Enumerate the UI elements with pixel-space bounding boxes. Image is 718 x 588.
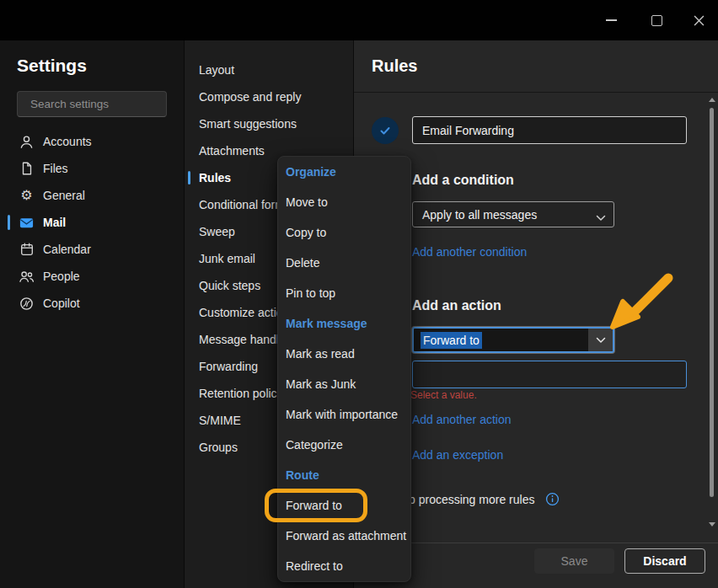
action-select-value: Forward to [421,332,482,349]
sidebar-item-label: General [43,189,85,202]
nav-item-smart-suggestions[interactable]: Smart suggestions [185,110,354,137]
people-icon [19,269,35,285]
rule-enabled-toggle[interactable] [372,117,399,144]
sidebar-item-files[interactable]: Files [0,155,184,182]
person-icon [19,134,35,150]
minimize-icon [606,19,617,21]
file-icon [19,161,35,177]
sidebar: Settings Accounts Files ⚙ [0,40,184,588]
menu-item-forward-to[interactable]: Forward to [278,490,410,521]
menu-group-header-mark-message: Mark message [278,308,410,339]
search-box[interactable] [17,91,167,117]
sidebar-item-mail[interactable]: Mail [0,209,184,236]
nav-item-compose-and-reply[interactable]: Compose and reply [185,83,354,110]
add-another-action-link[interactable]: Add another action [412,413,512,426]
menu-item-pin-to-top[interactable]: Pin to top [278,278,410,308]
search-input[interactable] [30,98,180,110]
gear-icon: ⚙ [19,188,35,204]
condition-heading: Add a condition [412,173,514,188]
maximize-icon [651,15,662,26]
validation-error: Select a value. [410,389,477,401]
sidebar-item-general[interactable]: ⚙ General [0,182,184,209]
sidebar-item-copilot[interactable]: Copilot [0,290,184,317]
rule-name-input[interactable] [412,116,687,144]
settings-window: Settings Accounts Files ⚙ [0,0,718,588]
chevron-down-icon [596,211,606,224]
panel-title: Rules [372,56,417,76]
add-an-exception-link[interactable]: Add an exception [412,448,503,462]
sidebar-item-label: Files [43,162,68,175]
discard-button[interactable]: Discard [624,548,705,574]
scrollbar-thumb[interactable] [710,108,714,497]
sidebar-item-accounts[interactable]: Accounts [0,128,184,155]
sidebar-item-calendar[interactable]: Calendar [0,236,184,263]
menu-item-mark-as-junk[interactable]: Mark as Junk [278,369,410,399]
menu-item-mark-with-importance[interactable]: Mark with importance [278,399,410,430]
sidebar-item-label: Copilot [43,297,80,310]
info-icon[interactable] [545,492,560,506]
copilot-icon [19,296,35,312]
action-value-input[interactable] [412,361,687,388]
rules-panel-header: Rules [354,40,718,93]
stop-processing-row: Stop processing more rules [391,492,560,506]
menu-item-move-to[interactable]: Move to [278,187,410,217]
menu-item-delete[interactable]: Delete [278,248,410,278]
scrollbar-up-arrow[interactable] [709,98,715,102]
scrollbar-down-arrow[interactable] [709,522,715,527]
sidebar-item-label: People [43,270,80,283]
sidebar-item-label: Mail [43,216,66,229]
sidebar-nav: Accounts Files ⚙ General Mail [0,128,184,317]
minimize-button[interactable] [592,0,630,40]
close-button[interactable] [679,0,718,40]
menu-item-categorize[interactable]: Categorize [278,430,410,460]
close-icon [694,15,705,26]
maximize-button[interactable] [637,0,676,40]
condition-select[interactable]: Apply to all messages [412,201,614,227]
page-title: Settings [17,56,87,76]
mail-icon [19,215,35,231]
sidebar-item-people[interactable]: People [0,263,184,290]
check-icon [378,124,392,137]
menu-item-redirect-to[interactable]: Redirect to [278,551,410,581]
calendar-icon [19,242,35,258]
menu-item-forward-as-attachment[interactable]: Forward as attachment [278,521,410,551]
titlebar [0,0,718,40]
action-select[interactable]: Forward to [412,327,614,353]
action-dropdown-menu: Organize Move to Copy to Delete Pin to t… [277,156,411,582]
action-select-chevron-button[interactable] [588,329,613,351]
menu-group-header-organize: Organize [278,157,410,187]
menu-group-header-route: Route [278,460,410,490]
nav-item-layout[interactable]: Layout [185,56,354,83]
chevron-down-icon [596,337,606,344]
menu-item-mark-as-read[interactable]: Mark as read [278,339,410,369]
add-another-condition-link[interactable]: Add another condition [412,245,527,259]
sidebar-item-label: Calendar [43,243,91,256]
stop-processing-label: Stop processing more rules [391,493,534,506]
sidebar-item-label: Accounts [43,135,92,148]
save-button[interactable]: Save [534,548,614,574]
menu-item-copy-to[interactable]: Copy to [278,217,410,248]
action-heading: Add an action [412,298,501,313]
